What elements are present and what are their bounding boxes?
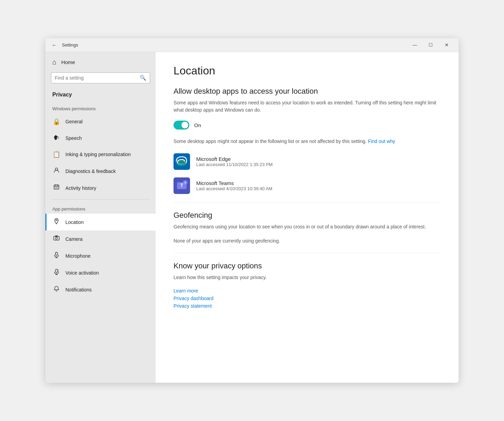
sidebar-item-notifications[interactable]: Notifications [45, 281, 156, 298]
app-teams: T T Microsoft Teams Last accessed 4/10/2… [174, 177, 441, 194]
camera-icon [52, 235, 61, 243]
sidebar-item-label: Voice activation [65, 270, 99, 276]
teams-last-accessed: Last accessed 4/10/2023 10:39:40 AM [196, 186, 272, 191]
location-toggle[interactable] [174, 121, 189, 130]
titlebar-title: Settings [62, 42, 78, 48]
sidebar-item-label: Microphone [65, 253, 91, 259]
location-icon [52, 218, 61, 226]
svg-rect-7 [54, 236, 59, 240]
sidebar-item-camera[interactable]: Camera [45, 230, 156, 247]
geofencing-title: Geofencing [174, 211, 441, 220]
lock-icon: 🔒 [52, 118, 61, 125]
close-button[interactable]: ✕ [439, 38, 454, 52]
sidebar-item-diagnostics[interactable]: Diagnostics & feedback [45, 163, 156, 179]
titlebar: ← Settings — ☐ ✕ [45, 38, 459, 52]
svg-rect-1 [54, 185, 59, 189]
home-label: Home [61, 59, 75, 65]
section1-title: Allow desktop apps to access your locati… [174, 87, 441, 96]
svg-point-8 [55, 237, 57, 239]
content-area: Location Allow desktop apps to access yo… [156, 52, 459, 383]
edge-app-name: Microsoft Edge [196, 156, 273, 162]
learn-more-link[interactable]: Learn more [174, 288, 441, 294]
search-input[interactable] [55, 75, 140, 81]
teams-app-icon: T T [174, 177, 190, 194]
sidebar-item-label: Notifications [65, 287, 92, 292]
back-button[interactable]: ← [50, 40, 59, 50]
edge-app-icon [174, 153, 190, 170]
geofencing-no-apps: None of your apps are currently using ge… [174, 237, 441, 245]
microphone-icon [52, 252, 61, 260]
privacy-options-desc: Learn how this setting impacts your priv… [174, 274, 441, 281]
find-out-link[interactable]: Find out why [368, 138, 395, 144]
sidebar-item-label: General [65, 119, 83, 124]
window-controls: — ☐ ✕ [407, 38, 454, 52]
speech-icon: 🗣 [52, 134, 61, 142]
sidebar-item-general[interactable]: 🔒 General [45, 113, 156, 130]
diagnostics-icon [52, 167, 61, 175]
sidebar-item-location[interactable]: Location [45, 214, 156, 230]
toggle-knob [181, 122, 188, 129]
windows-permissions-label: Windows permissions [45, 102, 156, 113]
sidebar-home[interactable]: ⌂ Home [45, 52, 156, 72]
page-title: Location [174, 64, 441, 77]
activity-icon [52, 184, 61, 192]
minimize-button[interactable]: — [407, 38, 423, 52]
toggle-label: On [194, 122, 201, 128]
main-content: ⌂ Home 🔍 Privacy Windows permissions 🔒 G… [45, 52, 459, 383]
teams-app-info: Microsoft Teams Last accessed 4/10/2023 … [196, 180, 272, 191]
sidebar-item-voice[interactable]: Voice activation [45, 264, 156, 281]
maximize-button[interactable]: ☐ [423, 38, 439, 52]
sidebar-item-label: Location [65, 219, 84, 225]
sidebar-item-activity[interactable]: Activity history [45, 179, 156, 196]
privacy-label: Privacy [45, 89, 156, 102]
section1-desc: Some apps and Windows features need to a… [174, 99, 441, 114]
voice-icon [52, 269, 61, 277]
sidebar-divider [51, 199, 150, 199]
sidebar-item-microphone[interactable]: Microphone [45, 247, 156, 264]
teams-app-name: Microsoft Teams [196, 180, 272, 186]
privacy-statement-link[interactable]: Privacy statement [174, 303, 441, 309]
sidebar: ⌂ Home 🔍 Privacy Windows permissions 🔒 G… [45, 52, 156, 383]
sidebar-item-speech[interactable]: 🗣 Speech [45, 130, 156, 146]
svg-text:T: T [180, 183, 183, 188]
sidebar-item-label: Activity history [65, 185, 96, 191]
location-toggle-row: On [174, 121, 441, 130]
geofencing-desc: Geofencing means using your location to … [174, 223, 441, 230]
app-permissions-label: App permissions [45, 202, 156, 214]
sidebar-search-box[interactable]: 🔍 [51, 72, 150, 83]
settings-window: ← Settings — ☐ ✕ ⌂ Home 🔍 Privacy Window… [45, 38, 459, 383]
sidebar-item-label: Diagnostics & feedback [65, 168, 116, 174]
sidebar-item-label: Inking & typing personalization [65, 152, 131, 157]
sidebar-item-label: Camera [65, 236, 83, 242]
section-separator-2 [174, 253, 441, 253]
sidebar-item-label: Speech [65, 135, 82, 141]
svg-text:T: T [184, 181, 186, 185]
notifications-icon [52, 286, 61, 294]
search-icon: 🔍 [140, 75, 146, 81]
section-separator-1 [174, 202, 441, 203]
home-icon: ⌂ [52, 58, 56, 66]
app-edge: Microsoft Edge Last accessed 11/10/2022 … [174, 153, 441, 170]
edge-last-accessed: Last accessed 11/10/2022 1:35:23 PM [196, 162, 273, 167]
privacy-dashboard-link[interactable]: Privacy dashboard [174, 296, 441, 301]
svg-rect-10 [55, 252, 57, 255]
svg-point-6 [56, 219, 57, 221]
inking-icon: 📋 [52, 151, 61, 158]
edge-app-info: Microsoft Edge Last accessed 11/10/2022 … [196, 156, 273, 167]
find-out-text: Some desktop apps might not appear in th… [174, 138, 441, 145]
svg-point-13 [55, 269, 57, 273]
privacy-options-title: Know your privacy options [174, 261, 441, 270]
sidebar-item-inking[interactable]: 📋 Inking & typing personalization [45, 146, 156, 163]
